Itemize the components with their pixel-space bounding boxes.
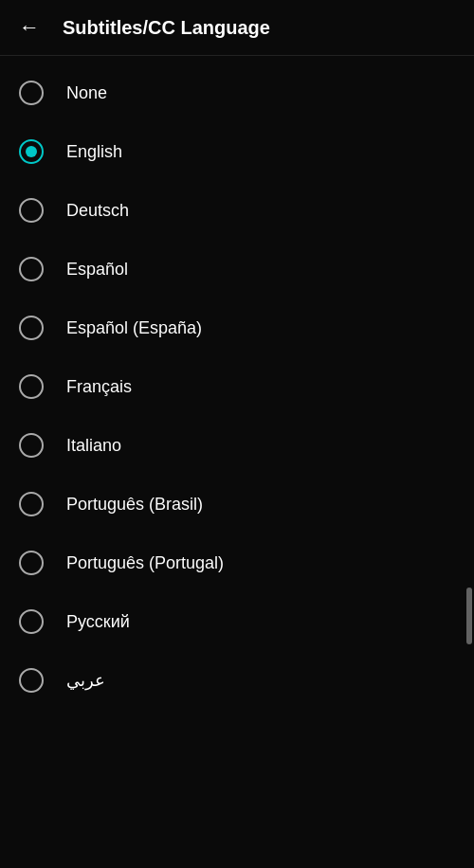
language-item-russian[interactable]: Русский <box>0 592 474 651</box>
language-label-none: None <box>66 83 107 103</box>
radio-english <box>19 139 44 164</box>
language-item-portugues-brasil[interactable]: Português (Brasil) <box>0 475 474 533</box>
radio-portugues-brasil <box>19 492 44 516</box>
language-label-espanol: Español <box>66 260 128 280</box>
radio-russian <box>19 609 44 634</box>
radio-portugues-portugal <box>19 551 44 575</box>
radio-italiano <box>19 433 44 458</box>
language-item-espanol[interactable]: Español <box>0 240 474 298</box>
language-label-italiano: Italiano <box>66 436 121 456</box>
page-header: ← Subtitles/CC Language <box>0 0 474 56</box>
radio-none <box>19 81 44 105</box>
back-button[interactable]: ← <box>15 13 44 42</box>
language-label-deutsch: Deutsch <box>66 201 129 221</box>
radio-espanol-espana <box>19 316 44 340</box>
language-label-francais: Français <box>66 377 132 397</box>
language-item-deutsch[interactable]: Deutsch <box>0 181 474 240</box>
language-label-portugues-portugal: Português (Portugal) <box>66 553 224 573</box>
radio-arabic <box>19 668 44 693</box>
radio-deutsch <box>19 198 44 223</box>
language-item-arabic[interactable]: عربي <box>0 651 474 710</box>
language-item-english[interactable]: English <box>0 122 474 181</box>
radio-francais <box>19 374 44 399</box>
page-title: Subtitles/CC Language <box>63 17 270 39</box>
radio-inner-english <box>26 146 37 157</box>
radio-espanol <box>19 257 44 281</box>
scrollbar[interactable] <box>466 588 472 644</box>
language-label-english: English <box>66 142 122 162</box>
language-label-portugues-brasil: Português (Brasil) <box>66 495 203 515</box>
language-label-russian: Русский <box>66 612 130 632</box>
language-label-arabic: عربي <box>66 670 105 691</box>
language-item-francais[interactable]: Français <box>0 357 474 416</box>
language-label-espanol-espana: Español (España) <box>66 318 202 338</box>
language-item-portugues-portugal[interactable]: Português (Portugal) <box>0 533 474 592</box>
language-item-italiano[interactable]: Italiano <box>0 416 474 475</box>
language-list: NoneEnglishDeutschEspañolEspañol (España… <box>0 56 474 717</box>
language-item-none[interactable]: None <box>0 63 474 122</box>
language-item-espanol-espana[interactable]: Español (España) <box>0 298 474 357</box>
